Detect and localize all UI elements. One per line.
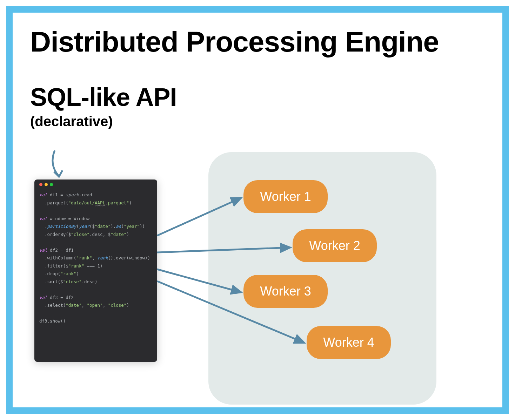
code-line: val df1 = spark.read <box>39 191 152 199</box>
code-line <box>39 310 152 318</box>
code-line: .orderBy($"close".desc, $"date") <box>39 231 152 239</box>
slide-frame: Distributed Processing Engine SQL-like A… <box>6 6 509 414</box>
code-line: val window = Window <box>39 215 152 223</box>
window-traffic-lights <box>39 183 152 186</box>
maximize-dot-icon <box>50 183 53 186</box>
code-line <box>39 207 152 215</box>
minimize-dot-icon <box>45 183 48 186</box>
code-line: .filter($"rank" === 1) <box>39 262 152 270</box>
worker-node-4: Worker 4 <box>307 326 391 359</box>
code-line: .sort($"close".desc) <box>39 278 152 286</box>
worker-node-1: Worker 1 <box>243 180 328 213</box>
code-line: .drop("rank") <box>39 270 152 278</box>
subtitle: SQL-like API <box>30 83 492 111</box>
code-line: .parquet("data/out/AAPL.parquet") <box>39 199 152 207</box>
subtitle-note: (declarative) <box>30 114 492 129</box>
worker-cluster: Worker 1 Worker 2 Worker 3 Worker 4 <box>208 152 436 405</box>
code-line: .select("date", "open", "close") <box>39 302 152 310</box>
code-line <box>39 238 152 246</box>
main-title: Distributed Processing Engine <box>30 25 492 58</box>
code-line: .withColumn("rank", rank().over(window)) <box>39 254 152 262</box>
code-editor: val df1 = spark.read .parquet("data/out/… <box>34 179 157 362</box>
code-line: val df3 = df2 <box>39 294 152 302</box>
code-line: val df2 = df1 <box>39 246 152 255</box>
worker-node-2: Worker 2 <box>293 229 377 262</box>
code-line: df3.show() <box>39 317 152 325</box>
code-line: .partitionBy(year($"date").as("year")) <box>39 223 152 231</box>
worker-node-3: Worker 3 <box>243 275 328 308</box>
code-line <box>39 286 152 294</box>
close-dot-icon <box>39 183 42 186</box>
arrow-to-code-icon <box>48 149 76 180</box>
